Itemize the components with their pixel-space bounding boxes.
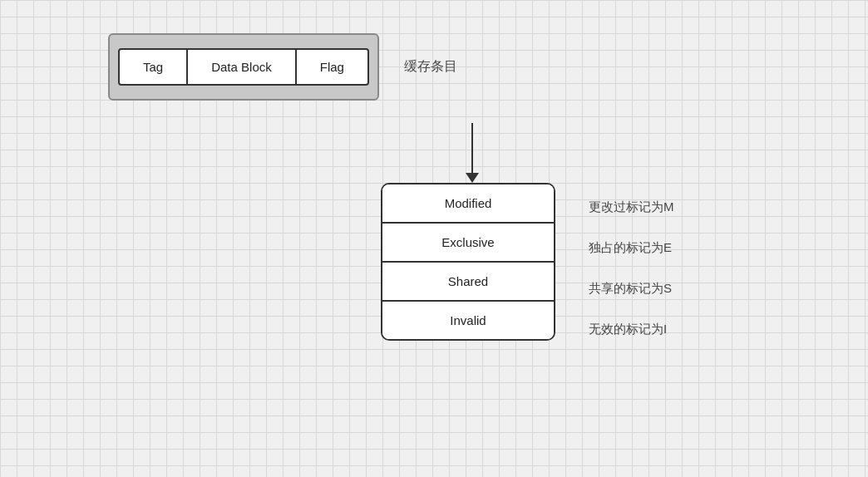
arrow-container bbox=[466, 123, 479, 183]
flag-states-box: Modified Exclusive Shared Invalid bbox=[381, 183, 555, 341]
flag-cell-modified: Modified bbox=[382, 184, 554, 224]
flag-cell-shared: Shared bbox=[382, 263, 554, 302]
cache-entry-box: Tag Data Block Flag bbox=[108, 33, 379, 101]
cache-entry-row: Tag Data Block Flag 缓存条目 bbox=[108, 33, 457, 101]
cache-cell-data-block: Data Block bbox=[188, 48, 297, 86]
flag-cell-invalid: Invalid bbox=[382, 302, 554, 339]
flag-label-exclusive: 独占的标记为E bbox=[580, 227, 683, 268]
flag-label-shared: 共享的标记为S bbox=[580, 268, 683, 308]
flag-labels: 更改过标记为M 独占的标记为E 共享的标记为S 无效的标记为I bbox=[580, 183, 683, 349]
main-content: Tag Data Block Flag 缓存条目 Modified Exclus… bbox=[0, 0, 868, 477]
cache-entry-label: 缓存条目 bbox=[404, 58, 457, 76]
cache-cell-tag: Tag bbox=[118, 48, 188, 86]
flag-states-row: Modified Exclusive Shared Invalid 更改过标记为… bbox=[381, 183, 683, 349]
flag-cell-exclusive: Exclusive bbox=[382, 224, 554, 263]
cache-cell-flag: Flag bbox=[297, 48, 369, 86]
arrow-head bbox=[466, 173, 479, 183]
flag-label-invalid: 无效的标记为I bbox=[580, 308, 683, 349]
arrow-line bbox=[471, 123, 473, 173]
flag-label-modified: 更改过标记为M bbox=[580, 186, 683, 227]
